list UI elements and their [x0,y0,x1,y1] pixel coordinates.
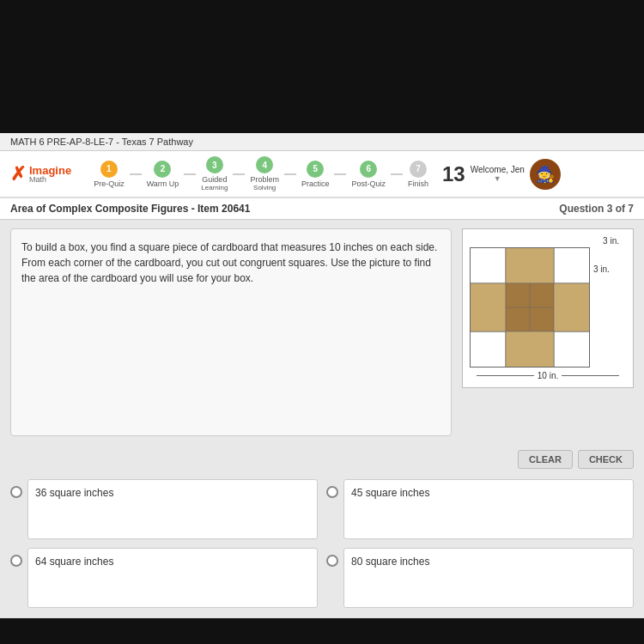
question-number: Question 3 of 7 [559,203,634,215]
progress-steps: 1 Pre-Quiz 2 Warm Up 3 Guided Learning 4… [88,156,434,191]
diagram-container: 3 in. [462,228,634,388]
connector-3-4 [233,173,245,175]
clear-button[interactable]: CLEAR [518,450,573,469]
diagram-bottom-label: 10 in. [534,371,562,380]
svg-rect-6 [470,283,506,331]
step-7[interactable]: 7 Finish [408,161,428,188]
svg-rect-9 [506,331,554,368]
check-button[interactable]: CHECK [578,450,634,469]
svg-rect-5 [506,247,554,283]
avatar-image: 🧙 [530,159,561,190]
step-label-4: Problem [250,175,279,184]
step-sublabel-4: Solving [253,184,276,191]
step-circle-7: 7 [410,161,427,178]
svg-rect-8 [554,283,590,331]
diagram-top-label: 3 in. [470,236,626,246]
score: 13 [442,162,465,186]
radio-d[interactable] [326,555,338,567]
nav-bar: ✗ Imagine Math 1 Pre-Quiz 2 Warm Up 3 Gu… [0,151,644,198]
logo-sub: Math [29,176,71,184]
logo: ✗ Imagine Math [10,163,71,185]
step-1[interactable]: 1 Pre-Quiz [94,161,125,188]
answer-box-b[interactable]: 45 square inches [343,479,634,539]
diagram-right-label: 3 in. [593,264,610,274]
answer-label-a: 36 square inches [35,487,113,499]
logo-icon: ✗ [10,163,26,185]
avatar: Welcome, Jen ▼ [471,165,525,183]
course-title: MATH 6 PRE-AP-8-LE-7 - Texas 7 Pathway [10,137,193,147]
lesson-title: Area of Complex Composite Figures - Item… [10,203,250,215]
answer-option-a: 36 square inches [10,479,318,539]
answer-box-c[interactable]: 64 square inches [27,548,318,608]
step-circle-5: 5 [307,161,324,178]
step-circle-1: 1 [100,161,118,178]
step-3[interactable]: 3 Guided Learning [201,156,228,191]
answer-label-d: 80 square inches [351,556,429,568]
answer-option-d: 80 square inches [326,548,634,608]
step-circle-4: 4 [256,156,273,173]
problem-panel: To build a box, you find a square piece … [10,228,452,436]
step-label-5: Practice [301,179,330,188]
svg-rect-1 [470,247,506,283]
svg-rect-3 [470,331,506,368]
step-circle-6: 6 [360,161,377,178]
step-sublabel-3: Learning [201,184,228,191]
step-4[interactable]: 4 Problem Solving [250,156,279,191]
answer-box-d[interactable]: 80 square inches [343,548,634,608]
step-label-2: Warm Up [147,179,179,188]
step-6[interactable]: 6 Post-Quiz [351,161,386,188]
radio-a[interactable] [10,486,22,498]
answer-label-b: 45 square inches [351,487,429,499]
buttons-row: CLEAR CHECK [0,445,644,474]
welcome-text: Welcome, Jen [471,165,525,174]
answer-option-c: 64 square inches [10,548,318,608]
step-2[interactable]: 2 Warm Up [147,161,179,188]
connector-2-3 [184,173,196,175]
step-5[interactable]: 5 Practice [301,161,330,188]
course-bar: MATH 6 PRE-AP-8-LE-7 - Texas 7 Pathway [0,133,644,151]
step-circle-2: 2 [154,161,171,178]
svg-rect-4 [554,331,590,368]
main-content: To build a box, you find a square piece … [0,220,644,445]
logo-name: Imagine [29,165,71,176]
diagram-wrapper: 3 in. [470,247,626,368]
step-label-1: Pre-Quiz [94,179,125,188]
connector-1-2 [130,173,142,175]
radio-b[interactable] [326,486,338,498]
step-label-7: Finish [408,179,428,188]
svg-rect-2 [554,247,590,283]
score-area: 13 Welcome, Jen ▼ 🧙 [442,159,561,190]
connector-5-6 [334,173,346,175]
dropdown-icon[interactable]: ▼ [494,174,501,183]
answer-label-c: 64 square inches [35,556,113,568]
grid-diagram [470,247,590,368]
connector-6-7 [391,173,403,175]
answers-grid: 36 square inches 45 square inches 64 squ… [0,474,644,618]
question-header: Area of Complex Composite Figures - Item… [0,198,644,220]
step-circle-3: 3 [206,156,223,173]
problem-text: To build a box, you find a square piece … [21,240,440,286]
diagram-panel: 3 in. [462,228,634,436]
connector-4-5 [284,173,296,175]
step-label-6: Post-Quiz [351,179,386,188]
step-label-3: Guided [202,175,227,184]
answer-box-a[interactable]: 36 square inches [27,479,318,539]
radio-c[interactable] [10,555,22,567]
answer-option-b: 45 square inches [326,479,634,539]
